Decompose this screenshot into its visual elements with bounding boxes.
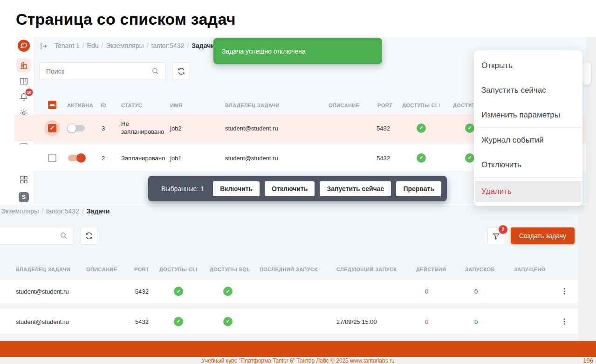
cell-owner: student@student.ru: [225, 154, 278, 161]
user-avatar[interactable]: S: [19, 192, 29, 202]
run-now-button[interactable]: Запустить сейчас: [320, 181, 391, 196]
cell-port: 5432: [377, 124, 390, 131]
column-header[interactable]: ВЛАДЕЛЕЦ ЗАДАЧИ: [16, 267, 70, 272]
app-screenshot-tasks-list-2: Экземпляры/tantor:5432/Задачи 2 Создать …: [0, 205, 578, 341]
collapse-panel-icon: [39, 41, 48, 51]
column-header[interactable]: ОПИСАНИЕ: [329, 103, 359, 108]
tantor-logo-icon[interactable]: [18, 40, 30, 52]
search-field: [39, 62, 166, 80]
menu-item-delete[interactable]: Удалить: [475, 181, 582, 202]
enable-button[interactable]: Включить: [213, 181, 260, 196]
breadcrumb-link[interactable]: tantor:5432: [151, 42, 185, 49]
row-checkbox[interactable]: [48, 154, 56, 162]
column-header[interactable]: СЛЕДУЮЩИЙ ЗАПУСК: [336, 267, 397, 272]
access-sql-granted-icon: [223, 317, 233, 326]
search-icon: [59, 231, 68, 240]
page-number: 196: [583, 357, 593, 364]
search-field: [0, 227, 74, 245]
access-cli-granted-icon: [417, 124, 426, 133]
cell-id: 2: [102, 154, 105, 161]
toast-success: Задача успешно отключена: [213, 38, 382, 64]
disable-button[interactable]: Отключить: [265, 181, 315, 196]
cell-name: job2: [170, 124, 182, 131]
filter-button[interactable]: 2: [487, 227, 505, 245]
cell-status: Не запланировано: [121, 120, 169, 136]
menu-item-run-now[interactable]: Запустить сейчас: [474, 78, 582, 103]
table-row[interactable]: student@student.ru 5432 27/09/25 15:00 0…: [0, 309, 578, 334]
column-header[interactable]: АКТИВНА: [67, 103, 93, 108]
breadcrumb-link[interactable]: tantor:5432: [46, 207, 79, 215]
sidebar-item-docs[interactable]: [19, 76, 29, 86]
page-title: Страница со списком задач: [16, 10, 236, 28]
cell-name: job1: [170, 154, 182, 161]
cell-port: 5432: [377, 154, 390, 161]
row-menu-button[interactable]: [561, 318, 568, 325]
column-header[interactable]: ЗАПУСКОВ: [465, 267, 495, 272]
create-task-button[interactable]: Создать задачу: [511, 227, 575, 244]
search-icon: [151, 67, 160, 76]
access-sql-granted-icon: [223, 287, 233, 296]
refresh-button[interactable]: [80, 227, 98, 245]
slide: Страница со списком задач: [0, 0, 596, 364]
cell-status: Запланировано: [121, 154, 165, 161]
column-header[interactable]: ВЛАДЕЛЕЦ ЗАДАЧИ: [225, 103, 280, 108]
access-cli-granted-icon: [417, 153, 426, 163]
breadcrumb-current: Задачи: [192, 42, 215, 49]
refresh-button[interactable]: [172, 62, 190, 80]
menu-item-edit-parameters[interactable]: Изменить параметры: [474, 103, 582, 127]
sidebar-item-apps[interactable]: [19, 175, 29, 185]
cell-port: 5432: [135, 288, 149, 295]
column-header[interactable]: ИМЯ: [170, 103, 182, 108]
notifications-badge: 10: [26, 89, 33, 96]
column-header[interactable]: ДОСТУПЫ CLI: [402, 103, 440, 108]
column-header[interactable]: PORT: [134, 267, 149, 272]
menu-item-open[interactable]: Открыть: [474, 53, 582, 78]
column-header[interactable]: ID: [101, 103, 106, 108]
active-toggle[interactable]: [68, 155, 85, 161]
cell-runs-count: 0: [474, 288, 478, 295]
active-toggle[interactable]: [68, 125, 85, 131]
select-all-checkbox[interactable]: [48, 101, 56, 109]
breadcrumb-link[interactable]: Edu: [87, 42, 99, 49]
cell-actions-count: 0: [425, 288, 428, 295]
row-checkbox[interactable]: [48, 124, 56, 132]
footer-course-text: Учебный курс "Платформа Tantor 6" Тантор…: [0, 357, 596, 364]
footer-strip: Учебный курс "Платформа Tantor 6" Тантор…: [0, 357, 596, 364]
sidebar-item-instances[interactable]: [16, 58, 31, 72]
menu-divider: [474, 177, 582, 178]
row-menu-button[interactable]: [561, 288, 568, 295]
access-sql-granted-icon: [465, 124, 474, 133]
cell-actions-count: 0: [425, 318, 428, 325]
toast-message: Задача успешно отключена: [222, 48, 306, 55]
cell-next-run: 27/09/25 15:00: [336, 318, 377, 325]
breadcrumb-link[interactable]: Экземпляры: [106, 42, 144, 49]
sidebar-collapse-button[interactable]: [39, 41, 48, 51]
column-header[interactable]: PORT: [377, 103, 392, 108]
row-context-menu: Открыть Запустить сейчас Изменить параме…: [474, 50, 582, 206]
column-header[interactable]: ДОСТУПЫ CLI: [159, 267, 197, 272]
cell-id: 3: [102, 124, 105, 131]
breadcrumb: Экземпляры/tantor:5432/Задачи: [1, 207, 110, 215]
cell-port: 5432: [135, 318, 149, 325]
selected-count-label: Выбранные: 1: [161, 185, 204, 192]
search-input[interactable]: [40, 63, 165, 80]
column-header[interactable]: ДОСТУПЫ SQL: [210, 267, 250, 272]
breadcrumb-link[interactable]: Tenant 1: [55, 42, 80, 49]
table-header-row: ВЛАДЕЛЕЦ ЗАДАЧИ ОПИСАНИЕ PORT ДОСТУПЫ CL…: [0, 263, 578, 277]
footer-brand-bar: tantor: [0, 341, 596, 357]
column-header[interactable]: ДЕЙСТВИЯ: [416, 267, 446, 272]
column-header[interactable]: ПОСЛЕДНИЙ ЗАПУСК: [260, 267, 317, 272]
table-row[interactable]: student@student.ru 5432 0 0: [0, 280, 578, 303]
book-icon: [19, 76, 29, 86]
column-header[interactable]: ОПИСАНИЕ: [86, 267, 117, 272]
column-header[interactable]: СТАТУС: [121, 103, 142, 108]
menu-item-disable[interactable]: Отключить: [474, 152, 582, 177]
refresh-icon: [85, 232, 93, 240]
abort-button[interactable]: Прервать: [396, 181, 441, 196]
filter-count-badge: 2: [498, 224, 508, 235]
menu-item-event-log[interactable]: Журнал событий: [474, 128, 582, 152]
cell-owner: student@student.ru: [16, 288, 69, 295]
column-header[interactable]: ЗАПУЩЕНО: [514, 267, 546, 272]
cell-owner: student@student.ru: [225, 124, 278, 131]
breadcrumb-link[interactable]: Экземпляры: [1, 207, 39, 215]
